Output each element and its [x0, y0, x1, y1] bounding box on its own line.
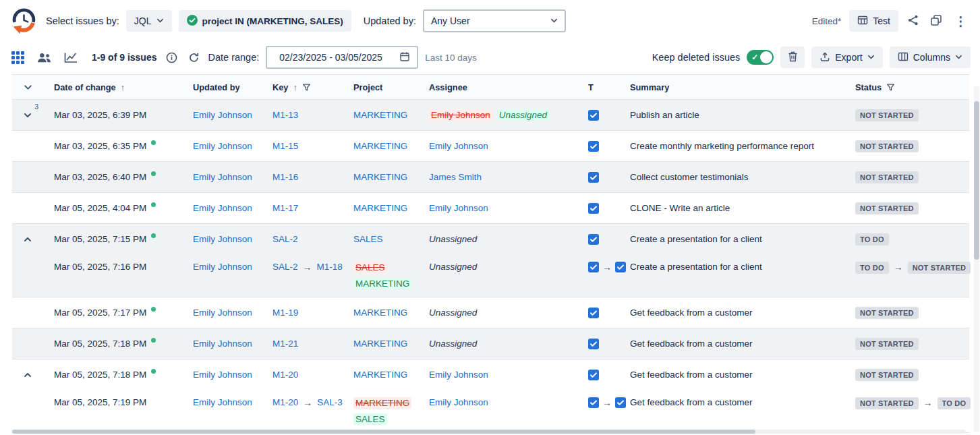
- column-header-key[interactable]: Key ↑: [262, 82, 343, 92]
- project-link[interactable]: SALES: [353, 234, 383, 244]
- chevron-down-icon: [156, 16, 164, 26]
- assignee-link[interactable]: Emily Johnson: [429, 370, 488, 380]
- table-row-group: 3Mar 03, 2025, 6:39 PMEmily JohnsonM1-13…: [12, 100, 969, 131]
- vertical-scrollbar-thumb[interactable]: [974, 101, 979, 260]
- updated-by-link[interactable]: Emily Johnson: [193, 339, 252, 349]
- horizontal-scrollbar-thumb[interactable]: [12, 430, 755, 434]
- assignee-link[interactable]: James Smith: [429, 172, 482, 182]
- project-new-value: MARKETING: [353, 278, 411, 289]
- column-header-summary[interactable]: Summary: [619, 82, 844, 92]
- cell-status: NOT STARTED: [844, 171, 969, 183]
- updated-by-link[interactable]: Emily Johnson: [193, 172, 252, 182]
- view-switcher: [9, 49, 80, 66]
- expander-up-icon[interactable]: [22, 233, 34, 245]
- project-link[interactable]: MARKETING: [353, 308, 407, 318]
- project-link[interactable]: MARKETING: [353, 339, 407, 349]
- project-link[interactable]: MARKETING: [353, 141, 407, 151]
- updated-by-link[interactable]: Emily Johnson: [193, 110, 252, 120]
- toolbar-row: 1-9 of 9 issues Date range: 02/23/2025 -…: [0, 42, 980, 73]
- key-link[interactable]: M1-20: [272, 370, 298, 380]
- column-label-key: Key: [272, 82, 288, 92]
- column-header-type[interactable]: T: [577, 82, 619, 92]
- filter-icon[interactable]: [302, 83, 311, 92]
- change-arrow-icon: →: [923, 397, 933, 408]
- cell-updated-by: Emily Johnson: [182, 203, 262, 213]
- key-link[interactable]: M1-19: [272, 308, 298, 318]
- info-icon[interactable]: [164, 50, 179, 65]
- sort-asc-icon[interactable]: ↑: [121, 82, 125, 92]
- assignee-link[interactable]: Emily Johnson: [429, 397, 488, 407]
- updated-by-link[interactable]: Emily Johnson: [193, 262, 252, 272]
- table-row: Mar 05, 2025, 7:15 PMEmily JohnsonSAL-2S…: [12, 224, 969, 254]
- updated-by-link[interactable]: Emily Johnson: [193, 308, 252, 318]
- key-new-link[interactable]: SAL-3: [317, 397, 343, 407]
- chart-view-icon[interactable]: [62, 50, 80, 65]
- select-all-expander[interactable]: [12, 83, 43, 92]
- key-link[interactable]: SAL-2: [272, 234, 298, 244]
- topbar: Select issues by: JQL project IN (MARKET…: [0, 0, 980, 42]
- filter-icon[interactable]: [886, 83, 895, 92]
- cell-project: MARKETING: [343, 370, 418, 380]
- date-range-input[interactable]: 02/23/2025 - 03/05/2025: [266, 46, 418, 69]
- change-date: Mar 05, 2025, 7:18 PM: [54, 370, 146, 380]
- cell-assignee: Unassigned: [418, 339, 577, 349]
- updated-by-link[interactable]: Emily Johnson: [193, 397, 252, 407]
- jql-query-chip[interactable]: project IN (MARKETING, SALES): [179, 10, 351, 32]
- cell-status: TO DO: [844, 233, 969, 245]
- task-type-icon: [588, 110, 599, 121]
- users-view-icon[interactable]: [35, 50, 53, 65]
- cell-key: M1-16: [262, 172, 343, 182]
- share-button[interactable]: [905, 12, 921, 30]
- status-badge: NOT STARTED: [855, 369, 919, 381]
- keep-deleted-toggle[interactable]: ✓: [747, 50, 774, 65]
- column-header-updated-by[interactable]: Updated by: [182, 82, 262, 92]
- key-link[interactable]: M1-21: [272, 339, 298, 349]
- cell-date: Mar 05, 2025, 7:19 PM: [43, 397, 182, 407]
- assignee-link[interactable]: Emily Johnson: [429, 141, 488, 151]
- refresh-icon[interactable]: [186, 50, 202, 65]
- test-button[interactable]: Test: [849, 10, 898, 32]
- column-header-assignee[interactable]: Assignee: [418, 82, 577, 92]
- more-menu-button[interactable]: ⋮: [951, 15, 971, 28]
- grid-view-icon[interactable]: [9, 49, 26, 66]
- project-link[interactable]: MARKETING: [353, 203, 407, 213]
- key-old-link[interactable]: M1-20: [272, 397, 298, 407]
- updated-by-link[interactable]: Emily Johnson: [193, 203, 252, 213]
- project-link[interactable]: MARKETING: [353, 172, 407, 182]
- sort-asc-icon[interactable]: ↑: [293, 82, 297, 92]
- updated-by-link[interactable]: Emily Johnson: [193, 234, 252, 244]
- key-old-link[interactable]: SAL-2: [272, 262, 298, 272]
- project-link[interactable]: MARKETING: [353, 370, 407, 380]
- expander-down-icon[interactable]: 3: [22, 109, 34, 121]
- summary-text: Get feedback from a customer: [630, 397, 753, 407]
- vertical-scrollbar[interactable]: [974, 86, 979, 432]
- key-link[interactable]: M1-15: [272, 141, 298, 151]
- key-link[interactable]: M1-13: [272, 110, 298, 120]
- key-link[interactable]: M1-17: [272, 203, 298, 213]
- calendar-icon[interactable]: [399, 51, 410, 64]
- updated-by-select[interactable]: Any User: [423, 9, 566, 32]
- cell-date: Mar 05, 2025, 7:15 PM: [43, 234, 182, 244]
- table-row-group: Mar 03, 2025, 6:35 PMEmily JohnsonM1-15M…: [12, 131, 969, 162]
- date-range-label: Date range:: [208, 52, 260, 63]
- cell-status: NOT STARTED: [844, 369, 969, 381]
- new-change-dot: [151, 369, 156, 374]
- updated-by-link[interactable]: Emily Johnson: [193, 370, 252, 380]
- column-header-project[interactable]: Project: [343, 82, 418, 92]
- horizontal-scrollbar[interactable]: [12, 430, 965, 434]
- assignee-link[interactable]: Emily Johnson: [429, 203, 488, 213]
- expander-up-icon[interactable]: [22, 369, 34, 381]
- trash-button[interactable]: [780, 47, 805, 68]
- column-header-date[interactable]: Date of change ↑: [43, 82, 182, 92]
- cell-expander: [12, 233, 43, 245]
- column-header-status[interactable]: Status: [844, 82, 969, 92]
- duplicate-button[interactable]: [928, 12, 944, 30]
- columns-button[interactable]: Columns: [890, 47, 971, 68]
- key-new-link[interactable]: M1-18: [317, 262, 343, 272]
- jql-dropdown[interactable]: JQL: [126, 10, 172, 32]
- columns-icon: [898, 51, 909, 64]
- export-button[interactable]: Export: [811, 47, 882, 68]
- project-link[interactable]: MARKETING: [353, 110, 407, 120]
- updated-by-link[interactable]: Emily Johnson: [193, 141, 252, 151]
- key-link[interactable]: M1-16: [272, 172, 298, 182]
